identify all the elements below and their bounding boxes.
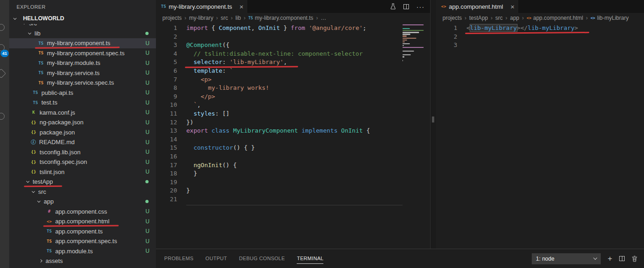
more-actions-icon[interactable]: ··· bbox=[416, 3, 425, 11]
breadcrumb-item[interactable]: TSmy-library.component.ts bbox=[248, 15, 313, 21]
code-line[interactable]: </p> bbox=[186, 93, 430, 101]
kill-terminal-icon[interactable] bbox=[632, 256, 638, 262]
tree-item-test.ts[interactable]: TStest.tsU bbox=[9, 98, 156, 108]
minimap[interactable] bbox=[402, 24, 425, 63]
breadcrumb-item[interactable]: src bbox=[221, 15, 228, 21]
terminal-select[interactable]: 1: node bbox=[532, 253, 601, 264]
code-line[interactable]: ngOnInit() { bbox=[186, 161, 430, 170]
code-line[interactable]: }) bbox=[186, 118, 430, 127]
code-line[interactable]: template: ` bbox=[186, 67, 430, 76]
breadcrumb-item[interactable]: testApp bbox=[469, 15, 488, 21]
code-line[interactable] bbox=[186, 152, 430, 161]
git-status-badge: U bbox=[145, 80, 150, 86]
tree-item-karma.conf.js[interactable]: Kkarma.conf.jsU bbox=[9, 108, 156, 118]
debug-icon[interactable] bbox=[0, 69, 6, 78]
editor-right[interactable]: 123 <lib-myLibrary></lib-myLibrary> bbox=[436, 23, 644, 249]
breadcrumb-item[interactable]: lib bbox=[236, 15, 241, 21]
code-line[interactable] bbox=[186, 195, 430, 204]
tree-item-src[interactable]: src bbox=[9, 24, 156, 29]
main-area: TS my-library.component.ts × ··· project… bbox=[156, 0, 644, 268]
explorer-sidebar: EXPLORER HELLOWORLD srclibTSmy-library.c… bbox=[9, 0, 156, 268]
code-line[interactable]: styles: [] bbox=[186, 110, 430, 118]
search-icon[interactable] bbox=[0, 24, 5, 31]
panel-tab-output[interactable]: OUTPUT bbox=[206, 254, 227, 264]
tree-item-app.module.ts[interactable]: TSapp.module.tsU bbox=[9, 246, 156, 256]
breadcrumb-item[interactable]: projects bbox=[162, 15, 182, 21]
tree-item-ng-package.json[interactable]: {}ng-package.jsonU bbox=[9, 117, 156, 128]
git-status-badge: U bbox=[145, 129, 150, 135]
info-file-icon: i bbox=[31, 140, 36, 145]
close-icon[interactable]: × bbox=[511, 3, 515, 10]
code-line[interactable] bbox=[186, 178, 430, 187]
breadcrumb-item[interactable]: … bbox=[321, 15, 326, 21]
panel-tab-debug-console[interactable]: DEBUG CONSOLE bbox=[239, 254, 285, 264]
code-line[interactable]: <p> bbox=[186, 76, 430, 84]
breadcrumb-item[interactable]: <>app.component.html bbox=[527, 15, 583, 21]
code-line[interactable]: constructor() { } bbox=[186, 144, 430, 152]
code-line[interactable]: // tslint:disable-next-line: component-s… bbox=[186, 50, 430, 58]
tree-item-app.component.html[interactable]: <>app.component.htmlU bbox=[9, 216, 156, 227]
tree-item-app.component.css[interactable]: #app.component.cssU bbox=[9, 207, 156, 217]
tree-item-testApp[interactable]: testApp bbox=[9, 177, 156, 187]
code-line[interactable]: my-library works! bbox=[186, 84, 430, 93]
code-line[interactable]: <lib-myLibrary></lib-myLibrary> bbox=[466, 24, 644, 33]
code-line[interactable] bbox=[466, 41, 644, 50]
tree-item-tsconfig.lib.json[interactable]: {}tsconfig.lib.jsonU bbox=[9, 147, 156, 157]
ts-file-icon: TS bbox=[32, 90, 39, 95]
tree-item-app.component.ts[interactable]: TSapp.component.tsU bbox=[9, 227, 156, 237]
tree-item-my-library.module.ts[interactable]: TSmy-library.module.tsU bbox=[9, 58, 156, 68]
tab-bar-right: <> app.component.html × bbox=[436, 0, 644, 13]
tree-item-label: my-library.module.ts bbox=[47, 59, 100, 66]
tab-my-library-component-ts[interactable]: TS my-library.component.ts × bbox=[156, 0, 248, 13]
code-line[interactable]: `, bbox=[186, 101, 430, 110]
code-line[interactable]: export class MyLibraryComponent implemen… bbox=[186, 127, 430, 135]
editor-group-divider[interactable] bbox=[430, 0, 436, 249]
code-line[interactable] bbox=[186, 33, 430, 41]
tree-item-tsconfig.spec.json[interactable]: {}tsconfig.spec.jsonU bbox=[9, 157, 156, 167]
tree-item-tslint.json[interactable]: {}tslint.jsonU bbox=[9, 167, 156, 177]
code-line[interactable]: @Component({ bbox=[186, 41, 430, 50]
tab-app-component-html[interactable]: <> app.component.html × bbox=[436, 0, 519, 13]
terminal-select-value: 1: node bbox=[536, 256, 554, 262]
split-terminal-icon[interactable] bbox=[619, 256, 625, 261]
code-line[interactable]: } bbox=[186, 186, 430, 195]
panel-tab-problems[interactable]: PROBLEMS bbox=[164, 254, 194, 264]
extensions-icon[interactable] bbox=[0, 113, 5, 120]
tree-item-README.md[interactable]: iREADME.mdU bbox=[9, 137, 156, 147]
code-line[interactable]: import { Component, OnInit } from '@angu… bbox=[186, 24, 430, 33]
code-line[interactable]: selector: 'lib-myLibrary', bbox=[186, 58, 430, 67]
ts-file-icon: TS bbox=[38, 61, 44, 65]
section-header-workspace[interactable]: HELLOWORLD bbox=[9, 13, 156, 24]
breadcrumb-item[interactable]: projects bbox=[443, 15, 462, 21]
tree-item-public-api.ts[interactable]: TSpublic-api.tsU bbox=[9, 88, 156, 98]
open-changes-icon[interactable] bbox=[390, 3, 396, 10]
tree-item-my-library.service.spec.ts[interactable]: TSmy-library.service.spec.tsU bbox=[9, 78, 156, 88]
tree-item-app.component.spec.ts[interactable]: TSapp.component.spec.tsU bbox=[9, 236, 156, 246]
git-status-badge: U bbox=[145, 159, 150, 165]
tree-item-my-library.component.spec.ts[interactable]: TSmy-library.component.spec.tsU bbox=[9, 48, 156, 58]
editor-center[interactable]: 123456789101112131415161718192021 import… bbox=[156, 23, 430, 249]
new-terminal-icon[interactable]: + bbox=[608, 255, 612, 262]
tree-item-my-library.service.ts[interactable]: TSmy-library.service.tsU bbox=[9, 68, 156, 78]
tree-item-my-library.component.ts[interactable]: TSmy-library.component.tsU bbox=[9, 38, 156, 48]
close-icon[interactable]: × bbox=[240, 3, 244, 10]
breadcrumb-item[interactable]: my-library bbox=[189, 15, 213, 21]
tree-item-assets[interactable]: assets bbox=[9, 256, 156, 266]
scrollbar-handle[interactable] bbox=[432, 117, 434, 122]
code-line[interactable] bbox=[466, 33, 644, 41]
sidebar-title: EXPLORER bbox=[9, 0, 156, 13]
gutter-right: 123 bbox=[436, 24, 457, 249]
code-line[interactable] bbox=[186, 135, 430, 144]
breadcrumb-item[interactable]: app bbox=[510, 15, 519, 21]
tree-item-src[interactable]: src bbox=[9, 187, 156, 197]
tree-item-app[interactable]: app bbox=[9, 197, 156, 207]
split-editor-icon[interactable] bbox=[403, 4, 409, 9]
panel-tab-terminal[interactable]: TERMINAL bbox=[297, 254, 323, 264]
breadcrumb-item[interactable]: src bbox=[495, 15, 503, 21]
tree-item-package.json[interactable]: {}package.jsonU bbox=[9, 128, 156, 138]
breadcrumb-item[interactable]: <>lib-myLibrary bbox=[591, 15, 629, 21]
tree-item-label: my-library.service.ts bbox=[47, 70, 100, 76]
code-end-rule bbox=[186, 205, 402, 205]
code-line[interactable]: } bbox=[186, 169, 430, 178]
tree-item-lib[interactable]: lib bbox=[9, 29, 156, 39]
